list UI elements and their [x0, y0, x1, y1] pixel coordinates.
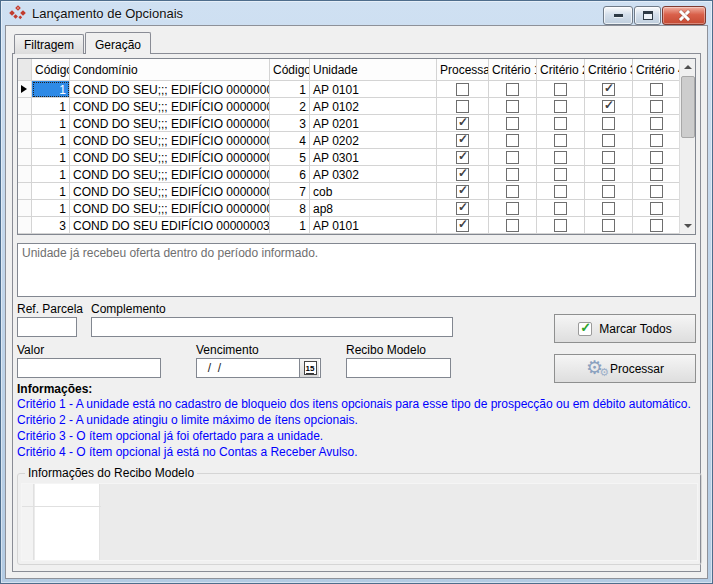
row-selector[interactable]	[18, 166, 32, 183]
criterio2-checkbox[interactable]	[554, 185, 567, 198]
maximize-button[interactable]	[634, 6, 661, 25]
cell-processar[interactable]	[437, 81, 489, 98]
column-header[interactable]: Critério 1	[489, 59, 537, 81]
cell-criterio2[interactable]	[537, 115, 585, 132]
processar-checkbox[interactable]	[456, 219, 469, 232]
cell-codigo[interactable]: 3	[32, 217, 70, 234]
criterio2-checkbox[interactable]	[554, 100, 567, 113]
cell-criterio2[interactable]	[537, 217, 585, 234]
table-row[interactable]: 1COND DO SEU;;; EDIFÍCIO 000000016AP 030…	[18, 166, 679, 183]
cell-criterio4[interactable]	[633, 166, 681, 183]
table-row[interactable]: 1COND DO SEU;;; EDIFÍCIO 000000018ap8	[18, 200, 679, 217]
cell-processar[interactable]	[437, 166, 489, 183]
processar-checkbox[interactable]	[456, 185, 469, 198]
cell-codigo_unidade[interactable]: 1	[270, 81, 310, 98]
criterio1-checkbox[interactable]	[506, 219, 519, 232]
criterio2-checkbox[interactable]	[554, 117, 567, 130]
column-header[interactable]: Critério 2	[537, 59, 585, 81]
criterio4-checkbox[interactable]	[650, 83, 663, 96]
cell-criterio2[interactable]	[537, 132, 585, 149]
cell-criterio2[interactable]	[537, 149, 585, 166]
row-selector[interactable]	[18, 81, 32, 98]
criterio4-checkbox[interactable]	[650, 100, 663, 113]
cell-condominio[interactable]: COND DO SEU;;; EDIFÍCIO 00000001	[70, 166, 270, 183]
table-row[interactable]: 1COND DO SEU;;; EDIFÍCIO 000000014AP 020…	[18, 132, 679, 149]
cell-codigo[interactable]: 1	[32, 200, 70, 217]
cell-processar[interactable]	[437, 200, 489, 217]
criterio1-checkbox[interactable]	[506, 202, 519, 215]
cell-codigo_unidade[interactable]: 3	[270, 115, 310, 132]
ref-parcela-input[interactable]	[17, 317, 77, 337]
cell-codigo_unidade[interactable]: 7	[270, 183, 310, 200]
table-row[interactable]: 1COND DO SEU;;; EDIFÍCIO 000000012AP 010…	[18, 98, 679, 115]
tab-filtragem[interactable]: Filtragem	[14, 34, 84, 54]
cell-codigo_unidade[interactable]: 1	[270, 217, 310, 234]
cell-criterio3[interactable]	[585, 115, 633, 132]
row-selector[interactable]	[18, 115, 32, 132]
criterio1-checkbox[interactable]	[506, 117, 519, 130]
processar-checkbox[interactable]	[456, 134, 469, 147]
table-row[interactable]: 1COND DO SEU;;; EDIFÍCIO 000000017cob	[18, 183, 679, 200]
column-header[interactable]: Código	[32, 59, 70, 81]
cell-criterio3[interactable]	[585, 98, 633, 115]
close-button[interactable]	[662, 6, 706, 25]
cell-condominio[interactable]: COND DO SEU;;; EDIFÍCIO 00000001	[70, 149, 270, 166]
cell-criterio3[interactable]	[585, 166, 633, 183]
cell-condominio[interactable]: COND DO SEU;;; EDIFÍCIO 00000001	[70, 81, 270, 98]
criterio2-checkbox[interactable]	[554, 202, 567, 215]
column-header[interactable]: Critério 4	[633, 59, 681, 81]
row-selector[interactable]	[18, 98, 32, 115]
table-row[interactable]: 1COND DO SEU;;; EDIFÍCIO 000000011AP 010…	[18, 81, 679, 98]
tab-geração[interactable]: Geração	[85, 32, 151, 54]
criterio2-checkbox[interactable]	[554, 168, 567, 181]
cell-processar[interactable]	[437, 183, 489, 200]
cell-criterio1[interactable]	[489, 149, 537, 166]
criterio1-checkbox[interactable]	[506, 185, 519, 198]
cell-processar[interactable]	[437, 217, 489, 234]
cell-condominio[interactable]: COND DO SEU;;; EDIFÍCIO 00000001	[70, 183, 270, 200]
minimize-button[interactable]	[603, 6, 633, 25]
cell-criterio2[interactable]	[537, 183, 585, 200]
column-header[interactable]: Código	[270, 59, 310, 81]
criterio2-checkbox[interactable]	[554, 151, 567, 164]
processar-checkbox[interactable]	[456, 100, 469, 113]
cell-criterio4[interactable]	[633, 149, 681, 166]
processar-checkbox[interactable]	[456, 202, 469, 215]
recibo-modelo-input[interactable]	[346, 358, 451, 378]
cell-codigo_unidade[interactable]: 5	[270, 149, 310, 166]
cell-unidade[interactable]: cob	[310, 183, 437, 200]
cell-criterio2[interactable]	[537, 200, 585, 217]
cell-criterio2[interactable]	[537, 81, 585, 98]
cell-unidade[interactable]: AP 0302	[310, 166, 437, 183]
cell-condominio[interactable]: COND DO SEU;;; EDIFÍCIO 00000001	[70, 200, 270, 217]
cell-criterio1[interactable]	[489, 200, 537, 217]
scrollbar-thumb[interactable]	[681, 76, 695, 138]
cell-criterio1[interactable]	[489, 166, 537, 183]
criterio4-checkbox[interactable]	[650, 168, 663, 181]
cell-criterio3[interactable]	[585, 81, 633, 98]
criterio2-checkbox[interactable]	[554, 134, 567, 147]
cell-criterio1[interactable]	[489, 98, 537, 115]
table-row[interactable]: 1COND DO SEU;;; EDIFÍCIO 000000013AP 020…	[18, 115, 679, 132]
cell-condominio[interactable]: COND DO SEU;;; EDIFÍCIO 00000001	[70, 132, 270, 149]
cell-unidade[interactable]: AP 0101	[310, 81, 437, 98]
cell-unidade[interactable]: AP 0201	[310, 115, 437, 132]
column-header[interactable]: Processar	[437, 59, 489, 81]
cell-criterio3[interactable]	[585, 149, 633, 166]
processar-checkbox[interactable]	[456, 168, 469, 181]
cell-codigo[interactable]: 1	[32, 98, 70, 115]
criterio4-checkbox[interactable]	[650, 185, 663, 198]
cell-criterio4[interactable]	[633, 200, 681, 217]
cell-codigo[interactable]: 1	[32, 166, 70, 183]
criterio3-checkbox[interactable]	[602, 168, 615, 181]
cell-processar[interactable]	[437, 149, 489, 166]
criterio1-checkbox[interactable]	[506, 151, 519, 164]
processar-button[interactable]: Processar	[554, 354, 696, 383]
criterio3-checkbox[interactable]	[602, 185, 615, 198]
cell-unidade[interactable]: ap8	[310, 200, 437, 217]
cell-criterio1[interactable]	[489, 132, 537, 149]
cell-criterio4[interactable]	[633, 98, 681, 115]
cell-criterio4[interactable]	[633, 81, 681, 98]
column-header[interactable]: Unidade	[310, 59, 437, 81]
scroll-down-button[interactable]	[680, 218, 696, 234]
